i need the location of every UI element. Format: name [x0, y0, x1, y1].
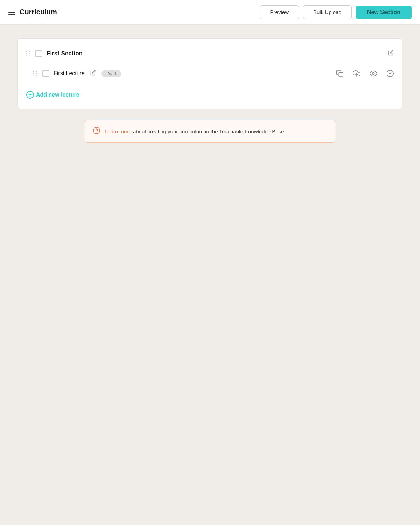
copy-icon[interactable]	[335, 69, 345, 78]
info-description: about creating your curriculum in the Te…	[132, 128, 284, 134]
section-row: First Section	[25, 46, 395, 63]
lecture-row: First Lecture Draft	[25, 63, 395, 84]
add-lecture-button[interactable]: + Add new lecture	[25, 90, 81, 100]
new-section-button[interactable]: New Section	[356, 6, 412, 19]
approve-icon[interactable]	[385, 69, 395, 78]
add-lecture-row: + Add new lecture	[25, 85, 395, 100]
lecture-checkbox[interactable]	[42, 70, 49, 77]
page-title: Curriculum	[20, 8, 57, 16]
section-drag-handle[interactable]	[25, 50, 31, 57]
lecture-status-badge: Draft	[102, 70, 121, 77]
info-question-icon	[93, 127, 100, 136]
plus-circle-icon: +	[26, 91, 34, 99]
upload-icon[interactable]	[352, 69, 362, 78]
info-box: Learn more about creating your curriculu…	[84, 120, 336, 143]
menu-icon[interactable]	[8, 10, 15, 15]
section-card: First Section First	[18, 38, 402, 109]
header-left: Curriculum	[8, 8, 254, 16]
header: Curriculum Preview Bulk Upload New Secti…	[0, 0, 420, 24]
info-text: Learn more about creating your curriculu…	[105, 128, 284, 134]
main-content: First Section First	[0, 24, 420, 157]
section-edit-icon[interactable]	[387, 49, 395, 58]
preview-button[interactable]: Preview	[260, 5, 299, 19]
svg-point-2	[372, 72, 374, 75]
svg-point-5	[97, 132, 97, 132]
add-lecture-label: Add new lecture	[36, 92, 79, 98]
bulk-upload-button[interactable]: Bulk Upload	[303, 5, 352, 19]
preview-lecture-icon[interactable]	[369, 69, 378, 78]
lecture-actions	[335, 69, 395, 78]
lecture-drag-handle[interactable]	[32, 70, 38, 77]
section-name: First Section	[47, 50, 383, 57]
lecture-name: First Lecture	[54, 70, 85, 77]
header-actions: Preview Bulk Upload New Section	[260, 5, 412, 19]
lecture-edit-icon[interactable]	[89, 69, 97, 78]
svg-rect-0	[339, 72, 343, 77]
section-checkbox[interactable]	[35, 50, 42, 57]
learn-more-link[interactable]: Learn more	[105, 128, 132, 134]
